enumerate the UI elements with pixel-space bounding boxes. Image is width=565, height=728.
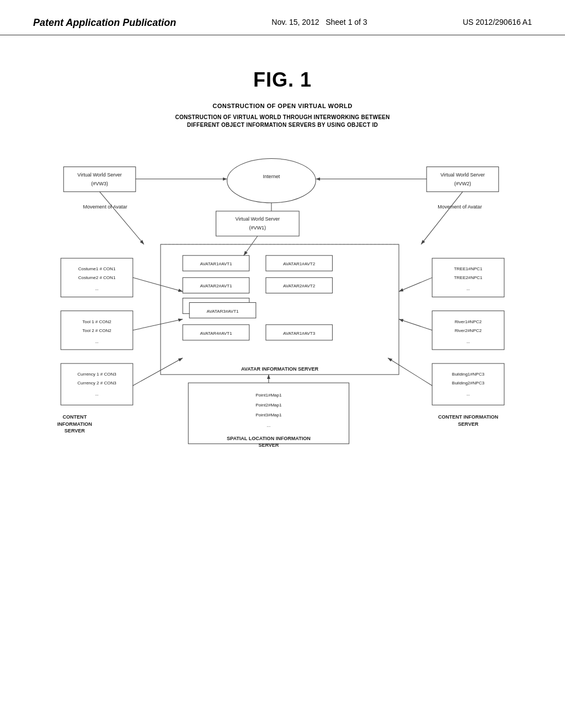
- svg-text:River1#NPC2: River1#NPC2: [455, 319, 482, 324]
- svg-text:Point2#Map1: Point2#Map1: [255, 403, 282, 408]
- svg-text:SERVER: SERVER: [65, 428, 85, 433]
- svg-text:...: ...: [95, 287, 99, 292]
- svg-text:AVATAR2#AVT1: AVATAR2#AVT1: [200, 284, 232, 289]
- svg-text:...: ...: [466, 339, 470, 344]
- svg-text:AVATAR1#AVT2: AVATAR1#AVT2: [283, 262, 316, 267]
- svg-text:Currency 1 # CON3: Currency 1 # CON3: [77, 372, 116, 377]
- svg-text:AVATAR1#AVT3: AVATAR1#AVT3: [283, 331, 316, 336]
- svg-text:Tool 2 # CON2: Tool 2 # CON2: [82, 328, 111, 333]
- svg-text:River2#NPC2: River2#NPC2: [455, 328, 482, 333]
- svg-text:SERVER: SERVER: [258, 442, 279, 448]
- figure-title: FIG. 1: [33, 68, 532, 92]
- svg-text:Virtual World Server: Virtual World Server: [440, 172, 484, 178]
- svg-rect-12: [216, 211, 299, 236]
- svg-text:AVATAR2#AVT2: AVATAR2#AVT2: [283, 284, 316, 289]
- patent-number: US 2012/290616 A1: [463, 17, 532, 28]
- svg-text:AVATAR1#AVT1: AVATAR1#AVT1: [200, 262, 232, 267]
- diagram-svg: Internet Virtual World Server (#VW3) Vir…: [33, 143, 532, 573]
- svg-text:Tool 1 # CON2: Tool 1 # CON2: [82, 319, 111, 324]
- svg-point-0: [227, 159, 316, 203]
- diagram-container: Internet Virtual World Server (#VW3) Vir…: [33, 143, 532, 573]
- svg-text:Movement of Avatar: Movement of Avatar: [83, 204, 127, 210]
- svg-text:...: ...: [267, 423, 271, 428]
- svg-text:AVATAR4#AVT1: AVATAR4#AVT1: [200, 331, 232, 336]
- page-header: Patent Application Publication Nov. 15, …: [0, 0, 565, 35]
- svg-text:Building2#NPC3: Building2#NPC3: [452, 381, 484, 386]
- svg-text:AVATAR INFORMATION SERVER: AVATAR INFORMATION SERVER: [241, 366, 318, 372]
- publication-title: Patent Application Publication: [33, 17, 176, 29]
- svg-text:TREE1#NPC1: TREE1#NPC1: [454, 267, 483, 272]
- svg-text:TREE2#NPC1: TREE2#NPC1: [454, 276, 483, 281]
- svg-text:Building1#NPC3: Building1#NPC3: [452, 372, 484, 377]
- svg-text:SPATIAL LOCATION INFORMATION: SPATIAL LOCATION INFORMATION: [227, 436, 311, 441]
- svg-text:Internet: Internet: [263, 174, 280, 179]
- svg-text:Currency 2 # CON3: Currency 2 # CON3: [77, 381, 116, 386]
- svg-text:CONTENT: CONTENT: [63, 415, 87, 420]
- svg-text:Costume1 # CON1: Costume1 # CON1: [78, 267, 116, 272]
- svg-line-17: [421, 192, 462, 244]
- diagram-title: CONSTRUCTION OF OPEN VIRTUAL WORLD: [33, 103, 532, 109]
- svg-text:(#VW3): (#VW3): [91, 181, 108, 186]
- svg-text:Point3#Map1: Point3#Map1: [255, 413, 282, 418]
- svg-text:AVATAR3#AVT1: AVATAR3#AVT1: [206, 309, 239, 314]
- svg-text:CONTENT INFORMATION: CONTENT INFORMATION: [438, 415, 498, 420]
- svg-text:(#VW1): (#VW1): [249, 225, 266, 231]
- svg-text:Movement of Avatar: Movement of Avatar: [438, 204, 482, 210]
- svg-line-76: [399, 319, 432, 330]
- svg-text:...: ...: [466, 287, 470, 292]
- svg-text:Costume2 # CON1: Costume2 # CON1: [78, 276, 116, 281]
- header-date-sheet: Nov. 15, 2012 Sheet 1 of 3: [271, 17, 367, 28]
- diagram-subtitle: CONSTRUCTION OF VIRTUAL WORLD THROUGH IN…: [33, 114, 532, 129]
- svg-text:...: ...: [95, 339, 99, 344]
- svg-text:Virtual World Server: Virtual World Server: [77, 172, 121, 178]
- svg-text:...: ...: [95, 392, 99, 397]
- svg-text:(#VW2): (#VW2): [454, 181, 471, 186]
- svg-line-16: [100, 192, 144, 244]
- svg-rect-5: [427, 167, 499, 192]
- main-content: FIG. 1 CONSTRUCTION OF OPEN VIRTUAL WORL…: [0, 35, 565, 584]
- svg-rect-2: [63, 167, 136, 192]
- svg-text:SERVER: SERVER: [458, 421, 478, 427]
- svg-text:INFORMATION: INFORMATION: [57, 421, 92, 427]
- svg-text:Point1#Map1: Point1#Map1: [255, 393, 282, 398]
- svg-line-75: [399, 278, 432, 292]
- svg-text:Virtual World Server: Virtual World Server: [236, 216, 280, 222]
- svg-text:...: ...: [466, 392, 470, 397]
